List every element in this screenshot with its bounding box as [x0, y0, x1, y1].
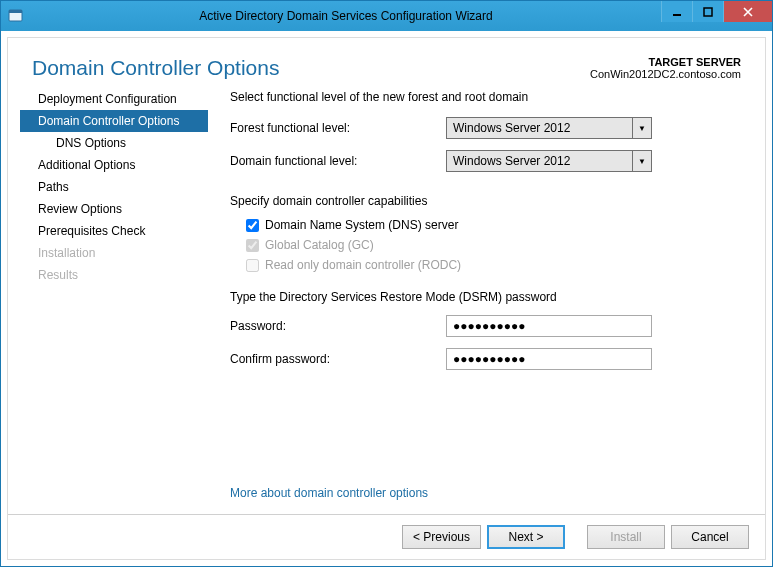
svg-rect-1: [9, 10, 22, 13]
chevron-down-icon[interactable]: ▼: [633, 150, 652, 172]
confirm-password-row: Confirm password:: [230, 348, 737, 370]
forest-functional-label: Forest functional level:: [230, 121, 446, 135]
next-button[interactable]: Next >: [487, 525, 565, 549]
svg-rect-3: [704, 8, 712, 16]
minimize-button[interactable]: [661, 1, 692, 22]
page-title: Domain Controller Options: [32, 56, 279, 80]
install-button: Install: [587, 525, 665, 549]
dns-server-checkbox-row: Domain Name System (DNS) server: [246, 218, 737, 232]
dns-server-checkbox-label: Domain Name System (DNS) server: [265, 218, 458, 232]
window-controls: [661, 1, 772, 22]
main-pane: Select functional level of the new fores…: [208, 88, 747, 514]
global-catalog-checkbox: [246, 239, 259, 252]
domain-functional-value: Windows Server 2012: [446, 150, 633, 172]
chevron-down-icon[interactable]: ▼: [633, 117, 652, 139]
domain-functional-dropdown[interactable]: Windows Server 2012 ▼: [446, 150, 652, 172]
global-catalog-checkbox-row: Global Catalog (GC): [246, 238, 737, 252]
sidebar-item-additional-options[interactable]: Additional Options: [32, 154, 208, 176]
content-row: Deployment Configuration Domain Controll…: [8, 88, 765, 514]
previous-button[interactable]: < Previous: [402, 525, 481, 549]
svg-rect-2: [673, 14, 681, 16]
sidebar-item-results: Results: [32, 264, 208, 286]
sidebar-item-domain-controller-options[interactable]: Domain Controller Options: [20, 110, 208, 132]
cancel-button[interactable]: Cancel: [671, 525, 749, 549]
maximize-button[interactable]: [692, 1, 723, 22]
password-label: Password:: [230, 319, 446, 333]
sidebar-item-deployment-configuration[interactable]: Deployment Configuration: [32, 88, 208, 110]
footer: < Previous Next > Install Cancel: [8, 514, 765, 559]
password-input[interactable]: [446, 315, 652, 337]
app-icon: [1, 1, 31, 31]
target-server-block: TARGET SERVER ConWin2012DC2.contoso.com: [590, 56, 741, 80]
sidebar-item-paths[interactable]: Paths: [32, 176, 208, 198]
header-row: Domain Controller Options TARGET SERVER …: [8, 38, 765, 88]
confirm-password-label: Confirm password:: [230, 352, 446, 366]
titlebar: Active Directory Domain Services Configu…: [1, 1, 772, 31]
sidebar-item-dns-options[interactable]: DNS Options: [32, 132, 208, 154]
window-title: Active Directory Domain Services Configu…: [31, 9, 661, 23]
rodc-checkbox-label: Read only domain controller (RODC): [265, 258, 461, 272]
rodc-checkbox: [246, 259, 259, 272]
sidebar: Deployment Configuration Domain Controll…: [8, 88, 208, 514]
domain-functional-label: Domain functional level:: [230, 154, 446, 168]
global-catalog-checkbox-label: Global Catalog (GC): [265, 238, 374, 252]
forest-functional-value: Windows Server 2012: [446, 117, 633, 139]
rodc-checkbox-row: Read only domain controller (RODC): [246, 258, 737, 272]
dsrm-lead: Type the Directory Services Restore Mode…: [230, 290, 737, 304]
capabilities-lead: Specify domain controller capabilities: [230, 194, 737, 208]
wizard-window: Active Directory Domain Services Configu…: [0, 0, 773, 567]
help-link[interactable]: More about domain controller options: [230, 486, 737, 500]
functional-level-lead: Select functional level of the new fores…: [230, 90, 737, 104]
spacer: [230, 378, 737, 486]
sidebar-item-review-options[interactable]: Review Options: [32, 198, 208, 220]
password-row: Password:: [230, 315, 737, 337]
dns-server-checkbox[interactable]: [246, 219, 259, 232]
forest-functional-row: Forest functional level: Windows Server …: [230, 117, 737, 139]
close-button[interactable]: [723, 1, 772, 22]
sidebar-item-prerequisites-check[interactable]: Prerequisites Check: [32, 220, 208, 242]
gap: [571, 525, 581, 549]
body-area: Domain Controller Options TARGET SERVER …: [7, 37, 766, 560]
confirm-password-input[interactable]: [446, 348, 652, 370]
domain-functional-row: Domain functional level: Windows Server …: [230, 150, 737, 172]
forest-functional-dropdown[interactable]: Windows Server 2012 ▼: [446, 117, 652, 139]
sidebar-item-installation: Installation: [32, 242, 208, 264]
target-server-value: ConWin2012DC2.contoso.com: [590, 68, 741, 80]
target-server-label: TARGET SERVER: [590, 56, 741, 68]
